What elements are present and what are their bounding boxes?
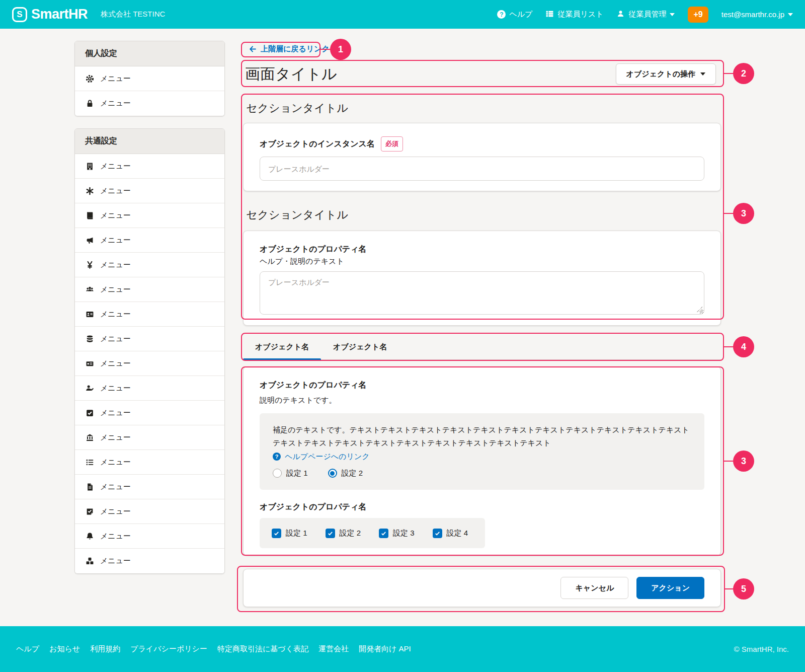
bullhorn-icon — [85, 236, 94, 245]
footer-link[interactable]: お知らせ — [49, 644, 80, 654]
sidebar-item-label: メニュー — [100, 285, 131, 294]
sidebar-group-title: 共通設定 — [75, 129, 224, 154]
sidebar-item[interactable]: メニュー — [75, 91, 224, 116]
annotation-number-2: 2 — [733, 63, 754, 84]
sidebar-item-label: メニュー — [100, 74, 131, 84]
sidebar-item-label: メニュー — [100, 384, 131, 393]
sidebar-item-label: メニュー — [100, 507, 131, 516]
smarthr-logo-icon[interactable]: S — [12, 7, 27, 22]
section-title: セクションタイトル — [243, 94, 721, 123]
action-button[interactable]: アクション — [636, 577, 704, 599]
back-link[interactable]: 上階層に戻るリンク — [249, 44, 330, 54]
chevron-down-icon — [700, 72, 705, 76]
cancel-button[interactable]: キャンセル — [560, 577, 628, 599]
sidebar-item-label: メニュー — [100, 99, 131, 108]
list-icon — [85, 458, 94, 467]
chevron-down-icon — [788, 13, 793, 16]
header-nav: ?ヘルプ従業員リスト従業員管理 — [497, 10, 675, 20]
sidebar-item[interactable]: メニュー — [75, 66, 224, 91]
account-menu[interactable]: test@smarthr.co.jp — [721, 10, 793, 19]
footer-links: ヘルプお知らせ利用規約プライバシーポリシー特定商取引法に基づく表記運営会社開発者… — [16, 644, 411, 654]
notification-badge[interactable]: +9 — [688, 7, 708, 23]
sidebar-item[interactable]: メニュー — [75, 277, 224, 302]
brand-title[interactable]: SmartHR — [31, 7, 88, 22]
radio-option-2[interactable]: 設定 2 — [328, 469, 363, 478]
footer-link[interactable]: 運営会社 — [318, 644, 349, 654]
asterisk-icon — [85, 187, 94, 195]
footer-link[interactable]: 利用規約 — [90, 644, 120, 654]
user-check-icon — [85, 384, 94, 393]
document-icon — [85, 483, 94, 491]
sidebar-item[interactable]: メニュー — [75, 253, 224, 277]
copyright: © SmartHR, Inc. — [734, 645, 789, 653]
field-label-row: オブジェクトのインスタンス名 必須 — [260, 136, 704, 152]
tab-object-2[interactable]: オブジェクト名 — [321, 334, 399, 360]
chevron-down-icon — [670, 13, 675, 16]
section-title: セクションタイトル — [243, 191, 721, 231]
checkbox-option-4[interactable]: 設定 4 — [433, 529, 468, 538]
checkbox-option-2[interactable]: 設定 2 — [326, 529, 361, 538]
sidebar-item[interactable]: メニュー — [75, 524, 224, 549]
sidebar-item-label: メニュー — [100, 359, 131, 368]
annotation-number-4: 4 — [733, 336, 754, 357]
question-circle-icon: ? — [273, 453, 281, 461]
sidebar-item[interactable]: メニュー — [75, 203, 224, 228]
radio-option-1[interactable]: 設定 1 — [273, 469, 308, 478]
sidebar-item[interactable]: メニュー — [75, 475, 224, 499]
footer-link[interactable]: プライバシーポリシー — [130, 644, 207, 654]
required-badge: 必須 — [381, 136, 403, 152]
header-nav-help[interactable]: ?ヘルプ — [497, 10, 532, 20]
sidebar: 個人設定メニューメニュー共通設定メニューメニューメニューメニューメニューメニュー… — [74, 41, 225, 586]
sidebar-item[interactable]: メニュー — [75, 302, 224, 327]
database-icon — [85, 335, 94, 343]
sidebar-item[interactable]: メニュー — [75, 450, 224, 475]
radio-unchecked-icon — [273, 469, 282, 478]
sidebar-item[interactable]: メニュー — [75, 228, 224, 253]
sidebar-item[interactable]: メニュー — [75, 499, 224, 524]
annotation-number-3: 3 — [733, 203, 754, 224]
cubes-icon — [85, 557, 94, 565]
checkbox-option-1[interactable]: 設定 1 — [272, 529, 307, 538]
app-header: S SmartHR 株式会社 TESTINC ?ヘルプ従業員リスト従業員管理 +… — [0, 0, 805, 29]
sidebar-item-label: メニュー — [100, 211, 131, 220]
form-area: セクションタイトル オブジェクトのインスタンス名 必須 セクションタイトル オブ… — [243, 94, 721, 326]
title-row: 画面タイトル オブジェクトの操作 — [243, 62, 721, 86]
checkbox-checked-icon — [272, 529, 281, 538]
property-textarea[interactable] — [260, 271, 704, 315]
property-card: オブジェクトのプロパティ名 ヘルプ・説明のテキスト — [243, 231, 721, 326]
sidebar-item[interactable]: メニュー — [75, 425, 224, 450]
sidebar-item[interactable]: メニュー — [75, 154, 224, 179]
panel-field1-description: 説明のテキストです。 — [260, 394, 704, 406]
sidebar-item[interactable]: メニュー — [75, 351, 224, 376]
annotation-connector — [724, 461, 733, 462]
footer-link[interactable]: 開発者向け API — [359, 644, 411, 654]
sidebar-item-label: メニュー — [100, 556, 131, 566]
property-help-text: ヘルプ・説明のテキスト — [260, 255, 704, 267]
sidebar-group-personal: 個人設定メニューメニュー — [74, 41, 225, 116]
sidebar-item[interactable]: メニュー — [75, 327, 224, 351]
help-page-link[interactable]: ? ヘルプページへのリンク — [273, 451, 691, 463]
tab-object-1[interactable]: オブジェクト名 — [243, 334, 321, 360]
sidebar-item-label: メニュー — [100, 458, 131, 467]
sidebar-item-label: メニュー — [100, 186, 131, 196]
annotation-connector — [724, 73, 733, 74]
tab-panel: オブジェクトのプロパティ名 説明のテキストです。 補足のテキストです。テキストテ… — [243, 366, 721, 556]
header-nav-employee-list[interactable]: 従業員リスト — [545, 10, 603, 20]
sidebar-group-common: 共通設定メニューメニューメニューメニューメニューメニューメニューメニューメニュー… — [74, 128, 225, 574]
gear-icon — [85, 74, 94, 83]
sidebar-item[interactable]: メニュー — [75, 401, 224, 425]
annotation-connector — [724, 346, 733, 348]
checkbox-checked-icon — [379, 529, 388, 538]
sidebar-item[interactable]: メニュー — [75, 179, 224, 203]
sidebar-item[interactable]: メニュー — [75, 376, 224, 401]
sidebar-item[interactable]: メニュー — [75, 549, 224, 573]
checkbox-option-3[interactable]: 設定 3 — [379, 529, 415, 538]
property-label: オブジェクトのプロパティ名 — [260, 243, 704, 255]
instance-name-input[interactable] — [260, 157, 704, 181]
footer-link[interactable]: 特定商取引法に基づく表記 — [217, 644, 308, 654]
note-check-icon — [85, 507, 94, 516]
footer-link[interactable]: ヘルプ — [16, 644, 39, 654]
object-actions-dropdown-button[interactable]: オブジェクトの操作 — [616, 63, 716, 85]
header-nav-employee-admin[interactable]: 従業員管理 — [616, 10, 675, 20]
instance-name-label: オブジェクトのインスタンス名 — [260, 138, 375, 150]
